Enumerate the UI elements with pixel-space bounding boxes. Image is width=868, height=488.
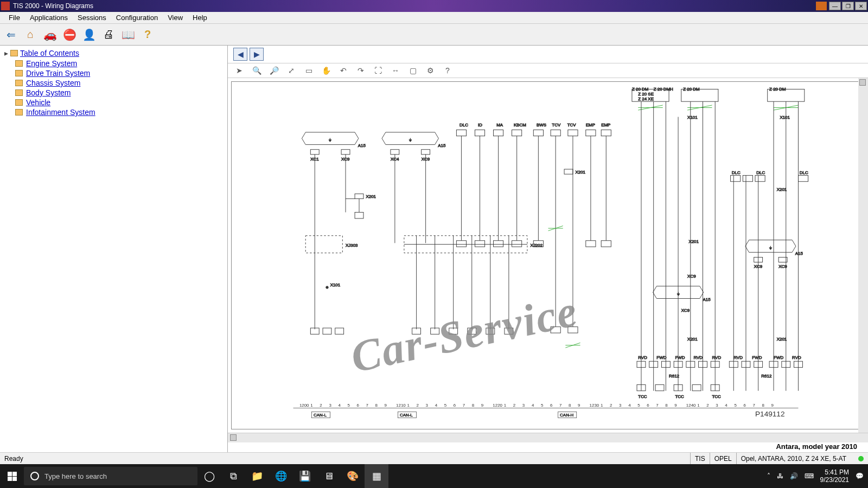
svg-text:4: 4 [628,403,631,408]
menu-view[interactable]: View [163,12,187,23]
svg-text:Z 20 SE: Z 20 SE [638,92,654,97]
zoom-area-icon[interactable]: ▭ [303,65,315,76]
file-explorer-icon[interactable]: 📁 [245,464,269,488]
maximize-button[interactable]: ❐ [842,2,854,10]
svg-text:X201: X201 [688,239,699,244]
start-button[interactable] [0,464,24,488]
minimize-button[interactable]: — [829,2,841,10]
menu-sessions[interactable]: Sessions [73,12,111,23]
svg-rect-4 [310,150,319,155]
diagram-canvas[interactable]: ⏚ A15 ⏚ A15 XC1 XC9 XC4 XC9 [231,81,860,429]
svg-text:X201: X201 [687,337,698,342]
svg-text:7: 7 [656,403,659,408]
svg-text:FWD: FWD [675,355,685,360]
svg-rect-45 [494,130,503,136]
svg-text:DLC: DLC [459,123,468,127]
menu-help[interactable]: Help [188,12,212,23]
rotate-cw-icon[interactable]: ↷ [355,65,367,76]
stop-icon[interactable]: ⛔ [62,27,77,42]
svg-text:3: 3 [426,403,429,408]
tray-network-icon[interactable]: 🖧 [777,472,783,480]
svg-text:5: 5 [444,403,447,408]
chrome-icon[interactable]: 🌐 [269,464,293,488]
print-icon[interactable]: 🖨 [101,27,116,42]
menu-file[interactable]: File [4,12,24,23]
status-ready: Ready [0,455,28,463]
fit-width-icon[interactable]: ↔ [390,65,401,76]
svg-text:A15: A15 [703,297,711,302]
svg-text:1: 1 [310,403,313,408]
svg-text:FWD: FWD [752,355,762,360]
save-app-icon[interactable]: 💾 [293,464,317,488]
tray-volume-icon[interactable]: 🔊 [790,472,798,480]
home-icon[interactable]: ⌂ [23,27,38,42]
svg-text:CAN-H: CAN-H [560,413,573,418]
menu-applications[interactable]: Applications [25,12,72,23]
svg-text:2: 2 [706,403,709,408]
svg-text:RVD: RVD [693,355,703,360]
person-icon[interactable]: 👤 [81,27,97,42]
svg-text:X101: X101 [780,115,790,120]
task-view-icon[interactable]: ⧉ [221,464,245,488]
help-icon[interactable]: ? [140,27,155,42]
rotate-ccw-icon[interactable]: ↶ [337,65,349,76]
system-tray: ˄ 🖧 🔊 ⌨ 5:41 PM 9/23/2021 💬 [763,468,868,484]
settings-icon[interactable]: ⚙ [424,65,436,76]
svg-text:1230: 1230 [590,403,599,408]
help-small-icon[interactable]: ? [442,65,454,76]
svg-text:8: 8 [762,403,764,408]
car-icon[interactable]: 🚗 [42,27,58,42]
sidebar-item-infotainment[interactable]: Infotainment System [15,107,223,117]
svg-text:6: 6 [454,403,456,408]
sidebar-item-drivetrain[interactable]: Drive Train System [15,68,223,78]
svg-text:XC9: XC9 [754,264,763,269]
tray-chevron-icon[interactable]: ˄ [767,472,770,480]
toc-root[interactable]: ▸ Table of Contents [4,49,223,57]
fit-window-icon[interactable]: ⛶ [372,65,384,76]
svg-text:RVD: RVD [792,355,801,360]
notifications-icon[interactable]: 💬 [856,472,864,480]
zoom-fit-icon[interactable]: ⤢ [285,65,297,76]
vm-icon[interactable]: 🖥 [317,464,341,488]
close-button[interactable]: ✕ [855,2,867,10]
taskbar-search[interactable]: Type here to search [24,467,197,485]
window-title: TIS 2000 - Wiring Diagrams [13,2,816,10]
sidebar-item-engine[interactable]: Engine System [15,59,223,68]
svg-text:RVD: RVD [638,355,647,360]
svg-text:9: 9 [771,403,774,408]
zoom-in-icon[interactable]: 🔍 [251,65,263,76]
tray-lang-icon[interactable]: ⌨ [805,472,814,480]
svg-text:DLC: DLC [800,170,808,175]
zoom-out-icon[interactable]: 🔎 [268,65,280,76]
hand-icon[interactable]: ✋ [320,65,332,76]
svg-text:1220: 1220 [493,403,502,408]
next-page-button[interactable]: ▶ [250,48,264,61]
paint-icon[interactable]: 🎨 [341,464,365,488]
status-cell-tis: TIS [690,453,710,464]
menu-configuration[interactable]: Configuration [112,12,162,23]
svg-text:KBCM: KBCM [514,123,526,127]
sidebar-item-body[interactable]: Body System [15,88,223,98]
sidebar-item-vehicle[interactable]: Vehicle [15,98,223,107]
svg-text:8: 8 [665,403,668,408]
title-bar: TIS 2000 - Wiring Diagrams — ❐ ✕ [0,0,868,12]
taskbar-clock[interactable]: 5:41 PM 9/23/2021 [820,468,849,484]
horizontal-scrollbar[interactable] [228,433,868,442]
fit-page-icon[interactable]: ▢ [407,65,419,76]
pointer-icon[interactable]: ➤ [233,65,245,76]
back-icon[interactable]: ⇐ [3,27,18,42]
svg-text:A15: A15 [358,143,366,148]
vertical-scrollbar[interactable] [858,78,868,442]
cortana-icon[interactable]: ◯ [197,464,221,488]
svg-text:R612: R612 [761,374,772,378]
prev-page-button[interactable]: ◀ [233,48,247,61]
tis-app-icon[interactable]: ▦ [365,464,388,488]
svg-text:5: 5 [541,403,544,408]
sidebar-item-chassis[interactable]: Chassis System [15,78,223,88]
folder-icon [15,99,23,106]
restore-overlay-icon[interactable] [816,2,827,10]
toc-link[interactable]: Table of Contents [20,49,79,57]
book-icon[interactable]: 📖 [120,27,136,42]
svg-rect-7 [422,150,430,155]
svg-text:2: 2 [610,403,612,408]
